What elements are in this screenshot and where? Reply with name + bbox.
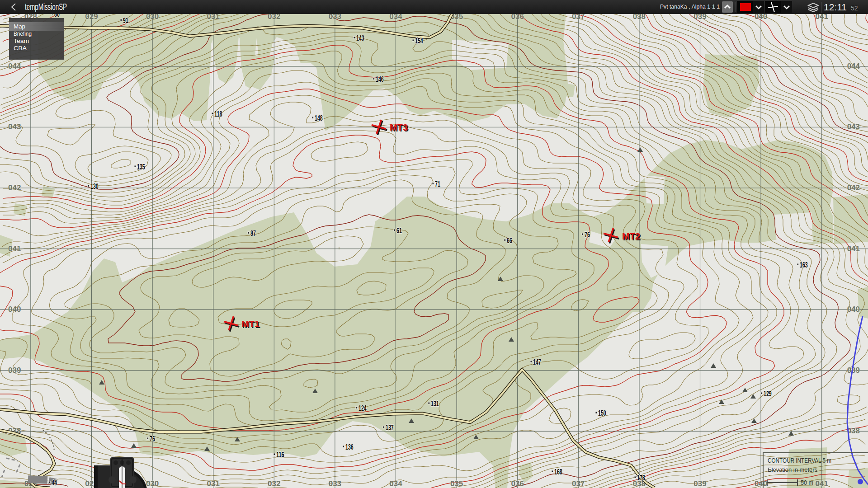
svg-text:041: 041 [816,479,828,488]
svg-text:MT2: MT2 [622,231,640,241]
svg-text:035: 035 [450,479,463,488]
svg-text:150: 150 [598,409,606,418]
svg-text:044: 044 [847,62,860,70]
svg-text:032: 032 [268,479,280,488]
svg-text:131: 131 [431,399,439,408]
svg-text:041: 041 [8,244,21,253]
svg-text:031: 031 [207,479,220,488]
svg-text:168: 168 [554,468,562,476]
svg-text:Map: Map [14,23,25,30]
svg-text:033: 033 [329,479,341,488]
svg-text:137: 137 [386,423,394,432]
svg-text:Pvt tanaKa-, Alpha 1-1 1: Pvt tanaKa-, Alpha 1-1 1 [660,4,720,10]
svg-text:148: 148 [315,114,323,122]
svg-text:66: 66 [507,236,512,245]
svg-text:146: 146 [376,75,384,84]
svg-text:MT1: MT1 [241,319,259,329]
svg-text:147: 147 [533,358,541,366]
svg-text:039: 039 [693,479,706,488]
svg-text:MT3: MT3 [390,122,408,132]
svg-text:129: 129 [764,389,772,398]
svg-text:tempMissionSP: tempMissionSP [25,2,67,12]
svg-text:CONTOUR INTERVAL 5 m: CONTOUR INTERVAL 5 m [768,457,831,464]
svg-text:036: 036 [511,479,524,488]
svg-text:124: 124 [359,404,367,413]
svg-text:118: 118 [214,110,222,118]
svg-text:87: 87 [250,229,256,238]
svg-text:Briefing: Briefing [14,30,32,37]
svg-text:042: 042 [847,183,860,192]
svg-text:034: 034 [389,479,402,488]
svg-text:154: 154 [415,37,423,45]
svg-text:130: 130 [90,182,99,191]
svg-text:040: 040 [847,305,860,314]
svg-text:12:11: 12:11 [824,2,847,12]
svg-text:116: 116 [276,450,284,459]
svg-text:136: 136 [345,443,354,451]
svg-text:135: 135 [137,163,145,171]
svg-text:143: 143 [356,34,364,42]
svg-text:178: 178 [637,474,645,482]
svg-text:042: 042 [8,183,21,192]
svg-text:043: 043 [8,122,21,131]
svg-text:91: 91 [123,16,128,25]
svg-text:61: 61 [396,226,402,235]
svg-text:50 m: 50 m [801,479,813,486]
svg-text:044: 044 [8,62,21,70]
svg-text:76: 76 [585,230,590,239]
svg-text:Elevation in meters: Elevation in meters [768,466,817,473]
svg-text:037: 037 [572,479,585,488]
svg-text:Team: Team [14,38,29,44]
svg-text:039: 039 [8,366,21,375]
svg-text:041: 041 [847,244,860,253]
svg-text:71: 71 [435,180,440,188]
svg-text:CBA: CBA [14,45,27,52]
svg-text:043: 043 [847,122,860,131]
svg-text:44: 44 [52,479,57,487]
svg-text:163: 163 [800,261,808,269]
svg-text:52: 52 [851,5,858,12]
svg-text:040: 040 [755,479,767,488]
svg-text:030: 030 [146,479,159,488]
svg-text:040: 040 [8,305,21,314]
svg-text:76: 76 [150,435,155,443]
